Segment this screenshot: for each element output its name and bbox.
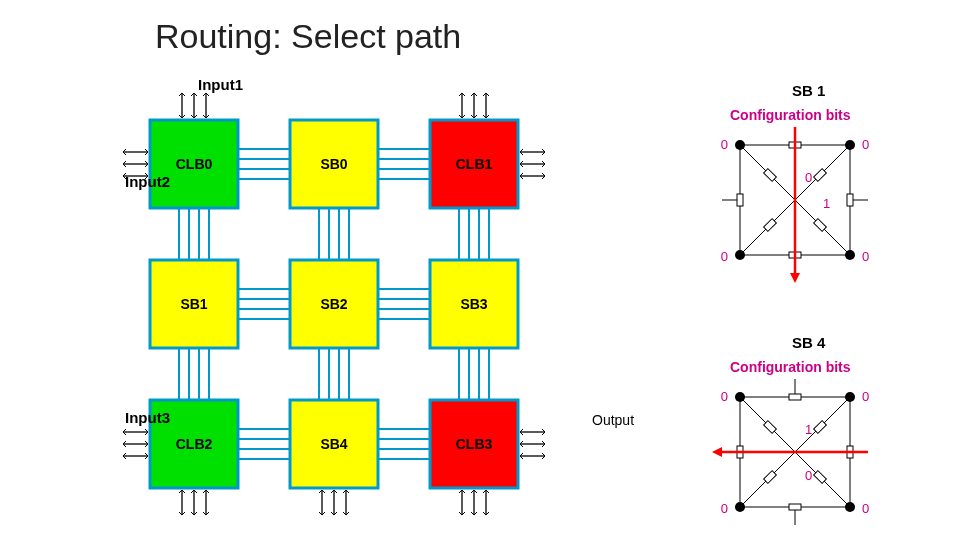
block-label-s3: SB3 <box>460 296 487 312</box>
svg-marker-122 <box>712 447 722 457</box>
svg-text:0: 0 <box>721 137 728 152</box>
svg-text:0: 0 <box>721 501 728 516</box>
svg-point-106 <box>845 392 855 402</box>
svg-rect-91 <box>814 169 827 182</box>
svg-point-108 <box>735 502 745 512</box>
sb4-title: SB 4 <box>792 334 826 351</box>
block-label-s2: SB2 <box>320 296 347 312</box>
svg-rect-89 <box>847 194 853 206</box>
svg-rect-114 <box>789 504 801 510</box>
block-label-s4: SB4 <box>320 436 347 452</box>
svg-rect-93 <box>814 219 827 232</box>
label-input2: Input2 <box>125 173 170 190</box>
svg-rect-92 <box>764 219 777 232</box>
svg-rect-113 <box>789 394 801 400</box>
label-input1: Input1 <box>198 76 243 93</box>
svg-text:0: 0 <box>721 249 728 264</box>
svg-rect-118 <box>814 421 827 434</box>
svg-text:0: 0 <box>721 389 728 404</box>
svg-point-105 <box>735 392 745 402</box>
svg-point-78 <box>735 140 745 150</box>
block-label-c0: CLB0 <box>176 156 213 172</box>
label-output: Output <box>592 412 634 428</box>
svg-rect-90 <box>764 169 777 182</box>
svg-marker-95 <box>790 273 800 283</box>
svg-text:1: 1 <box>805 422 812 437</box>
label-input3: Input3 <box>125 409 170 426</box>
svg-text:0: 0 <box>862 137 869 152</box>
svg-text:0: 0 <box>862 389 869 404</box>
svg-text:1: 1 <box>823 196 830 211</box>
svg-rect-119 <box>764 471 777 484</box>
svg-rect-117 <box>764 421 777 434</box>
svg-rect-88 <box>737 194 743 206</box>
sb1-cfg-label: Configuration bits <box>730 107 851 123</box>
block-label-s1: SB1 <box>180 296 207 312</box>
svg-rect-120 <box>814 471 827 484</box>
svg-point-80 <box>845 250 855 260</box>
sb4-cfg-label: Configuration bits <box>730 359 851 375</box>
block-label-c3: CLB3 <box>456 436 493 452</box>
page-title: Routing: Select path <box>155 17 461 55</box>
svg-point-81 <box>735 250 745 260</box>
block-label-c1: CLB1 <box>456 156 493 172</box>
block-label-s0: SB0 <box>320 156 347 172</box>
sb1-title: SB 1 <box>792 82 825 99</box>
svg-text:0: 0 <box>862 249 869 264</box>
svg-text:0: 0 <box>805 468 812 483</box>
svg-text:0: 0 <box>805 170 812 185</box>
block-label-c2: CLB2 <box>176 436 213 452</box>
svg-point-79 <box>845 140 855 150</box>
svg-text:0: 0 <box>862 501 869 516</box>
svg-point-107 <box>845 502 855 512</box>
